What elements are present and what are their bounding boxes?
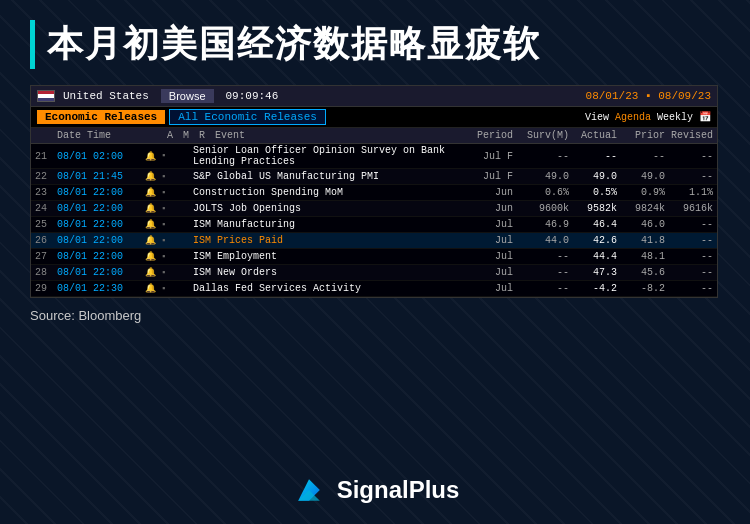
table-row: 26 08/01 22:00 🔔 ▪ ISM Prices Paid Jul 4… xyxy=(31,233,717,249)
row-event: ISM Manufacturing xyxy=(193,219,457,230)
row-event: ISM Prices Paid xyxy=(193,235,457,246)
row-num: 28 xyxy=(35,267,57,278)
header-period: Period xyxy=(457,130,513,141)
calendar-icon: 📅 xyxy=(699,111,711,123)
table-row: 25 08/01 22:00 🔔 ▪ ISM Manufacturing Jul… xyxy=(31,217,717,233)
all-economic-releases-tab[interactable]: All Economic Releases xyxy=(169,109,326,125)
row-revised: -- xyxy=(665,251,713,262)
row-revised: -- xyxy=(665,267,713,278)
view-label: View xyxy=(585,112,609,123)
row-period: Jul F xyxy=(457,151,513,162)
row-surv: -- xyxy=(513,283,569,294)
row-prior: 41.8 xyxy=(617,235,665,246)
agenda-option[interactable]: Agenda xyxy=(615,112,651,123)
row-event: ISM Employment xyxy=(193,251,457,262)
signalplus-logo-icon xyxy=(291,472,327,508)
table-row: 21 08/01 02:00 🔔 ▪ Senior Loan Officer O… xyxy=(31,144,717,169)
bell-icon: 🔔 xyxy=(145,171,161,182)
row-actual: 47.3 xyxy=(569,267,617,278)
row-revised: -- xyxy=(665,151,713,162)
table-row: 22 08/01 21:45 🔔 ▪ S&P Global US Manufac… xyxy=(31,169,717,185)
row-period: Jul xyxy=(457,251,513,262)
row-actual: 46.4 xyxy=(569,219,617,230)
time-display: 09:09:46 xyxy=(226,90,279,102)
table-body: 21 08/01 02:00 🔔 ▪ Senior Loan Officer O… xyxy=(31,144,717,297)
header-prior: Prior xyxy=(617,130,665,141)
bar-chart-icon: ▪ xyxy=(161,151,177,161)
row-prior: -8.2 xyxy=(617,283,665,294)
row-actual: -- xyxy=(569,151,617,162)
row-prior: 0.9% xyxy=(617,187,665,198)
country-label: United States xyxy=(63,90,149,102)
row-event: Construction Spending MoM xyxy=(193,187,457,198)
row-period: Jun xyxy=(457,187,513,198)
row-surv: 46.9 xyxy=(513,219,569,230)
header-surv: Surv(M) xyxy=(513,130,569,141)
page-title: 本月初美国经济数据略显疲软 xyxy=(30,20,720,69)
bar-chart-icon: ▪ xyxy=(161,252,177,262)
row-revised: 9616k xyxy=(665,203,713,214)
row-period: Jul xyxy=(457,235,513,246)
bar-chart-icon: ▪ xyxy=(161,268,177,278)
row-prior: 46.0 xyxy=(617,219,665,230)
table-headers: Date Time A M R Event Period Surv(M) Act… xyxy=(31,128,717,144)
footer: SignalPlus xyxy=(0,472,750,508)
row-actual: 49.0 xyxy=(569,171,617,182)
row-prior: 45.6 xyxy=(617,267,665,278)
economic-releases-tab[interactable]: Economic Releases xyxy=(37,110,165,124)
row-event: ISM New Orders xyxy=(193,267,457,278)
row-period: Jun xyxy=(457,203,513,214)
row-actual: 0.5% xyxy=(569,187,617,198)
row-surv: -- xyxy=(513,151,569,162)
bell-icon: 🔔 xyxy=(145,251,161,262)
row-num: 21 xyxy=(35,151,57,162)
row-num: 29 xyxy=(35,283,57,294)
row-datetime: 08/01 22:00 xyxy=(57,187,145,198)
row-num: 22 xyxy=(35,171,57,182)
bell-icon: 🔔 xyxy=(145,187,161,198)
date-range: 08/01/23 ▪ 08/09/23 xyxy=(586,90,711,102)
bar-chart-icon: ▪ xyxy=(161,220,177,230)
row-surv: 49.0 xyxy=(513,171,569,182)
view-options: View Agenda Weekly 📅 xyxy=(585,111,711,123)
header-m: M xyxy=(183,130,199,141)
row-datetime: 08/01 02:00 xyxy=(57,151,145,162)
header-actual: Actual xyxy=(569,130,617,141)
row-event: Dallas Fed Services Activity xyxy=(193,283,457,294)
browse-button[interactable]: Browse xyxy=(161,89,214,103)
us-flag-icon xyxy=(37,90,55,102)
terminal-topbar: United States Browse 09:09:46 08/01/23 ▪… xyxy=(31,86,717,107)
row-datetime: 08/01 21:45 xyxy=(57,171,145,182)
row-period: Jul F xyxy=(457,171,513,182)
row-revised: 1.1% xyxy=(665,187,713,198)
row-revised: -- xyxy=(665,219,713,230)
signalplus-logo-text: SignalPlus xyxy=(337,476,460,504)
row-event: Senior Loan Officer Opinion Survey on Ba… xyxy=(193,145,457,167)
header-datetime: Date Time xyxy=(57,130,167,141)
row-num: 25 xyxy=(35,219,57,230)
weekly-option[interactable]: Weekly xyxy=(657,112,693,123)
row-datetime: 08/01 22:00 xyxy=(57,267,145,278)
header-a: A xyxy=(167,130,183,141)
row-event: S&P Global US Manufacturing PMI xyxy=(193,171,457,182)
bloomberg-terminal: United States Browse 09:09:46 08/01/23 ▪… xyxy=(30,85,718,298)
row-event: JOLTS Job Openings xyxy=(193,203,457,214)
row-period: Jul xyxy=(457,267,513,278)
row-period: Jul xyxy=(457,219,513,230)
row-num: 23 xyxy=(35,187,57,198)
row-prior: -- xyxy=(617,151,665,162)
row-actual: 42.6 xyxy=(569,235,617,246)
terminal-bar2: Economic Releases All Economic Releases … xyxy=(31,107,717,128)
row-actual: 44.4 xyxy=(569,251,617,262)
bar-chart-icon: ▪ xyxy=(161,204,177,214)
row-prior: 9824k xyxy=(617,203,665,214)
source-label: Source: Bloomberg xyxy=(30,308,720,323)
row-actual: 9582k xyxy=(569,203,617,214)
table-row: 28 08/01 22:00 🔔 ▪ ISM New Orders Jul --… xyxy=(31,265,717,281)
bell-icon: 🔔 xyxy=(145,267,161,278)
row-datetime: 08/01 22:00 xyxy=(57,219,145,230)
table-row: 24 08/01 22:00 🔔 ▪ JOLTS Job Openings Ju… xyxy=(31,201,717,217)
row-datetime: 08/01 22:00 xyxy=(57,251,145,262)
table-row: 27 08/01 22:00 🔔 ▪ ISM Employment Jul --… xyxy=(31,249,717,265)
row-num: 24 xyxy=(35,203,57,214)
